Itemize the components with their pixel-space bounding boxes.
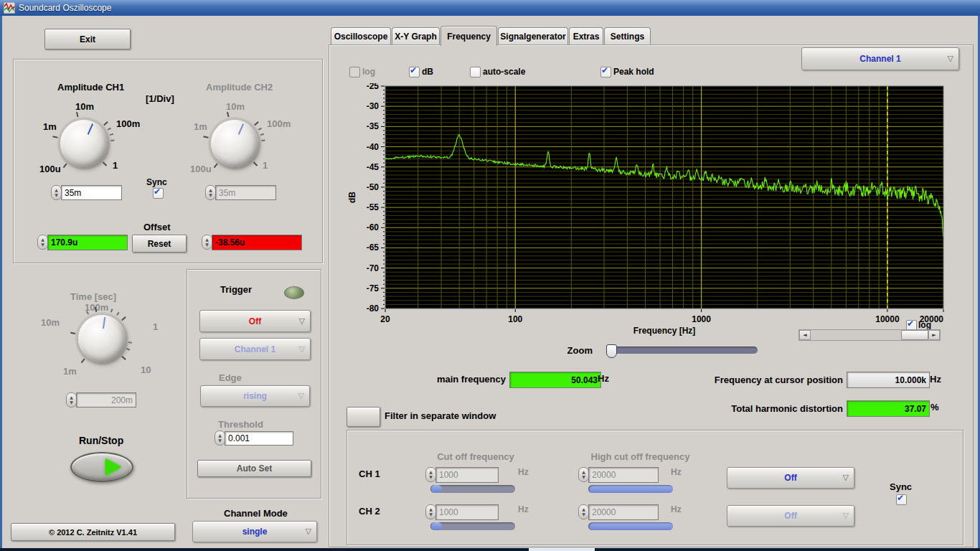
time-text: 200m [111,395,133,405]
ch2-cutoff-spinner: ▲ ▼ [425,504,436,519]
offset-ch1-text: 170.9u [51,237,77,248]
hz-unit: Hz [671,504,682,514]
ch2-cutoff-slider[interactable] [430,522,515,530]
reset-label: Reset [148,239,171,249]
hz-unit: Hz [518,467,529,477]
autoscale-checkbox[interactable] [470,67,481,77]
title-bar: Soundcard Oszilloscope [0,0,980,16]
trigger-source-dropdown: Channel 1 ▽ [199,338,311,360]
threshold-spinner[interactable]: ▲ ▼ [215,430,225,446]
chart-scrollbar[interactable]: ◄ ► [798,329,941,341]
tab-extras[interactable]: Extras [569,27,603,45]
time-spinner: ▲ ▼ [66,392,77,408]
main-frequency-indicator: 50.043 [509,372,601,388]
time-title: Time [sec] [70,291,116,302]
tab-oscilloscope[interactable]: Oscilloscope [331,27,391,45]
knob-label: 100u [190,164,212,174]
taskbar-highlight [529,548,595,551]
exit-button[interactable]: Exit [44,29,131,50]
tab-xy-graph[interactable]: X-Y Graph [392,27,440,45]
thd-indicator: 37.07 [847,400,930,417]
sync-checkbox[interactable]: ✔ [153,188,164,199]
cursor-frequency-label: Frequency at cursor position [715,375,843,385]
offset-ch2-spinner[interactable]: ▲ ▼ [202,235,212,250]
trigger-mode-dropdown[interactable]: Off ▽ [199,310,311,332]
threshold-value[interactable]: 0.001 [225,431,293,446]
tab-signalgenerator[interactable]: Signalgenerator [498,27,568,45]
filter-window-label: Filter in separate window [385,410,496,421]
chevron-down-icon: ▽ [843,473,849,482]
offset-ch1-indicator: 170.9u [47,235,128,250]
ch1-cutoff-slider[interactable] [430,485,515,493]
offset-ch1-spinner[interactable]: ▲ ▼ [37,235,48,250]
ch1-cutoff-spinner: ▲ ▼ [425,467,436,482]
zoom-label: Zoom [567,345,593,356]
ch1-high-cutoff-spinner: ▲ ▼ [578,467,589,482]
ch2-high-cutoff-slider[interactable] [588,522,673,530]
scrollbar-thumb[interactable] [901,330,928,340]
amplitude-ch2-knob[interactable] [211,120,258,167]
spin-down-icon[interactable]: ▼ [55,193,58,198]
spin-down-icon: ▼ [582,512,585,517]
channel-selector-dropdown[interactable]: Channel 1 ▽ [801,47,959,70]
chevron-down-icon: ▽ [948,54,953,63]
scroll-right-icon[interactable]: ► [928,330,940,340]
filter-ch2-label: CH 2 [359,506,380,517]
spin-down-icon: ▼ [582,475,585,480]
copyright-button[interactable]: © 2012 C. Zeitnitz V1.41 [11,523,175,541]
spin-down-icon: ▼ [209,193,212,198]
spin-down-icon[interactable]: ▼ [218,438,222,443]
copyright-label: © 2012 C. Zeitnitz V1.41 [49,528,137,537]
sync-label: Sync [146,177,167,187]
filter-window-toggle[interactable] [347,407,380,427]
spin-down-icon[interactable]: ▼ [205,242,209,248]
cursor-frequency-value: 10.000k [895,375,926,385]
axis-log-label: log [918,320,931,330]
auto-set-button[interactable]: Auto Set [197,460,311,477]
svg-text:-80: -80 [367,303,380,314]
edge-value: rising [243,391,267,401]
thd-value: 37.07 [905,404,926,414]
amplitude-ch1-spinner[interactable]: ▲ ▼ [51,185,62,200]
knob-label: 1m [63,366,77,377]
db-checkbox[interactable]: ✔ [409,67,420,77]
zoom-slider-thumb[interactable] [606,344,617,358]
ch1-cutoff-value: 1000 [435,467,499,483]
filter-ch1-mode-dropdown[interactable]: Off ▽ [727,467,854,489]
filter-sync-checkbox[interactable]: ✔ [896,494,907,505]
time-knob[interactable] [78,315,126,362]
svg-text:-65: -65 [367,242,380,253]
filter-ch2-mode-dropdown: Off ▽ [727,505,854,527]
scroll-left-icon[interactable]: ◄ [799,330,811,340]
amplitude-ch1-value[interactable]: 35m [61,185,122,200]
reset-button[interactable]: Reset [132,235,187,253]
taskbar-sliver [0,548,980,551]
zoom-slider-track[interactable] [606,347,758,354]
offset-ch2-text: -38.56u [215,237,245,248]
svg-text:Frequency [Hz]: Frequency [Hz] [633,326,696,336]
tab-frequency[interactable]: Frequency [440,26,497,46]
svg-text:-45: -45 [367,162,380,172]
exit-label: Exit [80,34,95,44]
spectrum-chart[interactable]: -25-30-35-40-45-50-55-60-65-70-75-802010… [347,83,965,336]
channel-mode-dropdown[interactable]: single ▽ [192,521,317,542]
check-icon: ✔ [154,187,161,197]
ch1-high-cutoff-slider[interactable] [588,485,673,493]
log-option-checkbox [349,67,360,77]
check-icon: ✔ [601,65,608,75]
peak-hold-label: Peak hold [613,67,654,77]
amplitude-ch2-text: 35m [219,188,235,198]
knob-needle [101,310,107,339]
trigger-mode-value: Off [249,316,261,326]
tab-settings[interactable]: Settings [604,27,651,45]
filter-ch2-mode-value: Off [784,511,796,521]
amplitude-ch1-knob[interactable] [60,120,108,167]
peak-hold-checkbox[interactable]: ✔ [600,67,611,77]
window-border-left [0,16,2,551]
check-icon: ✔ [897,493,904,503]
run-stop-button[interactable] [70,452,133,482]
knob-label: 1 [263,160,268,171]
spin-down-icon[interactable]: ▼ [41,242,44,248]
knob-label: 1m [43,121,57,132]
channel-selector-value: Channel 1 [859,54,900,64]
